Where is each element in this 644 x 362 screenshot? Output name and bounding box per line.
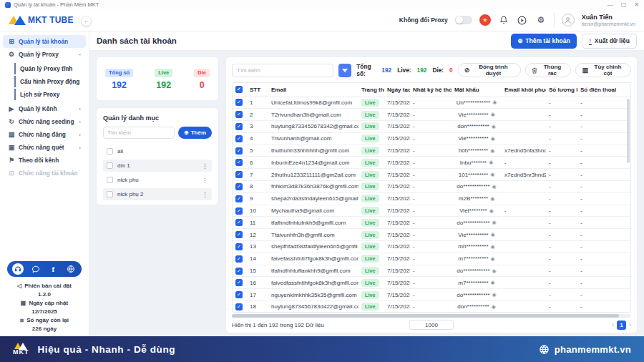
row-checkbox[interactable]: ✓ (235, 195, 243, 202)
eye-icon[interactable]: ◉ (490, 148, 494, 154)
row-checkbox[interactable]: ✓ (235, 243, 243, 250)
page-number-button[interactable]: 1 (617, 321, 626, 330)
user-avatar[interactable] (562, 14, 575, 26)
column-header[interactable]: Email khôi phục (502, 83, 546, 97)
table-row[interactable]: ✓3huytung8733452678342@gmail.comLive7/15… (233, 121, 631, 133)
category-item[interactable]: nick phụ⋮ (103, 174, 212, 186)
close-button[interactable]: ✕ (634, 1, 639, 8)
eye-icon[interactable]: ◉ (489, 208, 494, 214)
globe-icon[interactable] (65, 263, 77, 275)
sidebar-collapse-button[interactable]: ← (81, 16, 92, 26)
sidebar-subitem[interactable]: Lịch sử Proxy (14, 89, 89, 100)
tutorial-play-icon[interactable] (517, 14, 528, 26)
row-checkbox[interactable]: ✓ (235, 231, 243, 238)
category-checkbox[interactable] (107, 148, 113, 155)
horizontal-scrollbar[interactable] (232, 314, 631, 318)
vertical-scrollbar[interactable] (627, 99, 630, 163)
column-header[interactable]: Số lượng kênh (546, 83, 577, 97)
eye-icon[interactable]: ◉ (490, 196, 494, 202)
row-checkbox[interactable]: ✓ (235, 123, 243, 130)
support-icon[interactable] (12, 263, 24, 275)
kebab-menu-icon[interactable]: ⋮ (202, 177, 208, 184)
row-checkbox[interactable]: ✓ (235, 255, 243, 263)
row-checkbox[interactable]: ✓ (235, 219, 243, 226)
trash-button[interactable]: Thùng rác (525, 63, 572, 77)
row-checkbox[interactable]: ✓ (235, 135, 243, 142)
export-data-button[interactable]: ↑Xuất dữ liệu (582, 34, 637, 49)
eye-icon[interactable]: ◉ (491, 256, 495, 262)
table-row[interactable]: ✓9shepa2rda3stridayleen615@gmail.comLive… (233, 192, 631, 205)
eye-icon[interactable]: ◉ (492, 268, 497, 274)
row-checkbox[interactable]: ✓ (235, 171, 243, 178)
table-row[interactable]: ✓16faivedfassfntihfgok8k3h@gmfll.comLive… (233, 277, 631, 289)
column-header[interactable]: STT (247, 83, 268, 97)
table-row[interactable]: ✓15tfafndfnhtuffankhh9@gmfll.comLive7/15… (233, 265, 631, 277)
table-row[interactable]: ✓1UnicefaLfdmos99k8@gmfll.comLive7/15/20… (233, 97, 631, 109)
customize-columns-button[interactable]: ▥Tùy chỉnh cột (575, 63, 631, 77)
row-checkbox[interactable]: ✓ (235, 111, 243, 118)
sidebar-item-chức-năng-đăng[interactable]: ▤Chức năng đăng› (3, 128, 86, 141)
sidebar-item-theo-dõi-kênh[interactable]: ⚑Theo dõi kênh (3, 154, 86, 167)
row-checkbox[interactable]: ✓ (235, 159, 243, 166)
column-header[interactable]: Số điện thoại (577, 83, 631, 97)
eye-icon[interactable]: ◉ (492, 304, 496, 310)
sidebar-item-quản-lý-kênh[interactable]: ▶Quản lý Kênh› (3, 102, 86, 115)
kebab-menu-icon[interactable]: ⋮ (202, 162, 208, 170)
eye-icon[interactable]: ◉ (492, 99, 497, 105)
table-row[interactable]: ✓4Trivunhanh@gmail.comLive7/15/2025-Vie*… (233, 132, 631, 145)
settings-gear-icon[interactable]: ⚙ (535, 14, 547, 26)
row-checkbox[interactable]: ✓ (235, 291, 243, 298)
vietnam-flag-icon[interactable]: ★ (479, 14, 491, 26)
eye-icon[interactable]: ◉ (491, 136, 495, 142)
eye-icon[interactable]: ◉ (491, 244, 495, 250)
eye-icon[interactable]: ◉ (492, 292, 497, 298)
category-checkbox[interactable] (107, 162, 113, 169)
row-checkbox[interactable]: ✓ (235, 207, 243, 215)
sidebar-item-quản-lý-tài-khoản[interactable]: ⊞Quản lý tài khoản (3, 35, 86, 48)
eye-icon[interactable]: ◉ (489, 160, 493, 165)
column-header[interactable]: Nhật ký hệ thống (410, 83, 452, 97)
table-row[interactable]: ✓72thuthu1233211111@gm2ail.comLive7/15/2… (233, 169, 631, 181)
row-checkbox[interactable]: ✓ (235, 147, 243, 155)
eye-icon[interactable]: ◉ (491, 232, 495, 238)
table-row[interactable]: ✓10Mychautha9@gmail.comLive7/15/2025-Vie… (233, 205, 631, 217)
add-category-button[interactable]: ⊕Thêm (178, 127, 212, 139)
table-row[interactable]: ✓2T2rivundhan3h@gmail.comLive7/15/2025-V… (233, 109, 631, 121)
proxy-toggle[interactable] (455, 16, 472, 24)
eye-icon[interactable]: ◉ (492, 184, 497, 190)
table-row[interactable]: ✓13shepfhfadf3stfaidfyleen6h5@gmfll.comL… (233, 241, 631, 253)
sidebar-subitem[interactable]: Cấu hình Proxy động (14, 76, 89, 87)
eye-icon[interactable]: ◉ (490, 172, 494, 177)
column-header[interactable]: Trạng thái (358, 83, 384, 97)
row-checkbox[interactable]: ✓ (235, 279, 243, 286)
row-checkbox[interactable]: ✓ (235, 268, 243, 275)
filter-button[interactable] (338, 64, 351, 77)
sidebar-subitem[interactable]: Quản lý Proxy tĩnh (14, 63, 89, 74)
eye-icon[interactable]: ◉ (492, 124, 496, 129)
sidebar-item-chức-năng-seeding[interactable]: ↻Chức năng seeding› (3, 115, 86, 128)
table-search-input[interactable] (232, 64, 333, 77)
sidebar-item-quản-lý-proxy[interactable]: ⚙Quản lý Proxy› (3, 48, 86, 61)
kebab-menu-icon[interactable]: ⋮ (202, 191, 208, 198)
table-row[interactable]: ✓5thuthuhh33hhhhhh@gmfll.comLive7/15/202… (233, 145, 631, 157)
eye-icon[interactable]: ◉ (491, 280, 495, 285)
category-checkbox[interactable] (107, 191, 113, 197)
column-header[interactable]: Email (268, 83, 358, 97)
zalo-icon[interactable] (30, 263, 42, 275)
next-page-button[interactable]: › (629, 321, 631, 328)
eye-icon[interactable]: ◉ (492, 220, 497, 225)
eye-icon[interactable]: ◉ (491, 112, 495, 117)
table-row[interactable]: ✓6InburinEze4n1234@gmail.comLive7/15/202… (233, 157, 631, 169)
row-checkbox[interactable]: ✓ (235, 303, 243, 310)
category-item[interactable]: dm 1⋮ (103, 160, 212, 172)
category-checkbox[interactable] (107, 177, 113, 183)
column-header[interactable]: Ngày tạo (384, 83, 410, 97)
category-item[interactable]: nick phụ 2⋮ (103, 188, 212, 200)
sidebar-item-chức-năng-tài-khoản[interactable]: ⊡Chức năng tài khoản (3, 167, 86, 180)
row-checkbox[interactable]: ✓ (235, 183, 243, 190)
close-browser-button[interactable]: ⊘Đóng trình duyệt (458, 63, 521, 77)
table-row[interactable]: ✓17nguyenkimkhhk35k35@gmfll.comLive7/15/… (233, 289, 631, 301)
facebook-icon[interactable]: f (47, 263, 59, 275)
category-item[interactable]: all (103, 145, 212, 157)
notification-bell-icon[interactable] (498, 14, 509, 26)
